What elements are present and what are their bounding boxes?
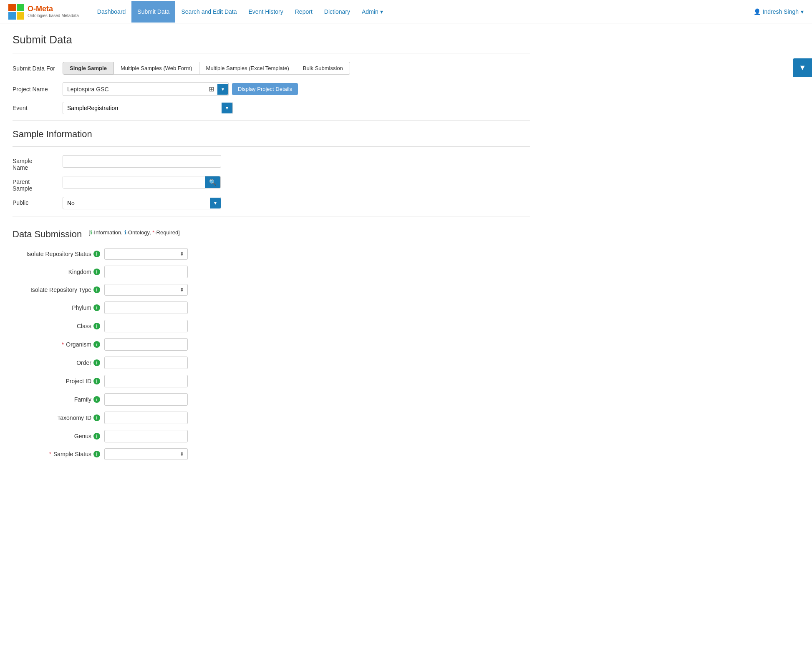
genus-row: Genus i (13, 430, 530, 442)
event-dropdown-btn[interactable]: ▾ (222, 103, 232, 113)
navbar: O-Meta Ontologies-based Metadata Dashboa… (0, 0, 812, 23)
project-dropdown-btn[interactable]: ▾ (217, 84, 228, 95)
isolate-repo-type-select-wrap: ⬍ (104, 284, 188, 296)
user-chevron-icon: ▾ (801, 8, 804, 15)
class-label: Class i (21, 323, 104, 329)
sample-status-info-icon[interactable]: i (93, 451, 100, 457)
organism-input[interactable] (104, 338, 188, 351)
genus-info-icon[interactable]: i (93, 433, 100, 440)
nav-search-edit[interactable]: Search and Edit Data (175, 1, 242, 23)
main-content: Submit Data Submit Data For Single Sampl… (0, 23, 542, 476)
sample-name-input[interactable] (63, 155, 221, 168)
project-name-row: Project Name ⊞ ▾ Display Project Details (13, 82, 530, 96)
isolate-repo-status-select[interactable] (105, 249, 177, 259)
sample-status-label: *Sample Status i (21, 451, 104, 457)
family-label: Family i (21, 396, 104, 403)
isolate-repo-status-select-wrap: ⬍ (104, 248, 188, 260)
kingdom-info-icon[interactable]: i (93, 269, 100, 275)
nav-dictionary[interactable]: Dictionary (318, 1, 356, 23)
event-label: Event (13, 105, 63, 111)
sample-status-select[interactable] (105, 449, 177, 460)
project-id-row: Project ID i (13, 375, 530, 387)
nav-submit-data[interactable]: Submit Data (131, 1, 175, 23)
organism-info-icon[interactable]: i (93, 341, 100, 348)
svg-rect-0 (8, 4, 16, 11)
parent-sample-label: ParentSample (13, 176, 63, 192)
taxonomy-id-input[interactable] (104, 412, 188, 424)
tab-bulk[interactable]: Bulk Submission (296, 62, 350, 75)
organism-row: *Organism i (13, 338, 530, 351)
kingdom-input[interactable] (104, 266, 188, 278)
project-id-input[interactable] (104, 375, 188, 387)
project-id-info-icon[interactable]: i (93, 378, 100, 384)
project-name-input[interactable] (63, 83, 205, 95)
parent-sample-input[interactable] (63, 176, 205, 188)
legend-required-red: * (152, 229, 154, 236)
order-info-icon[interactable]: i (93, 359, 100, 366)
public-select-wrap: No Yes ▾ (63, 197, 221, 209)
project-id-label: Project ID i (21, 378, 104, 384)
brand-name: O-Meta (28, 5, 79, 13)
project-name-label: Project Name (13, 86, 63, 93)
svg-rect-3 (17, 12, 24, 20)
divider-data (13, 216, 530, 216)
class-info-icon[interactable]: i (93, 323, 100, 329)
isolate-repo-status-row: Isolate Repository Status i ⬍ (13, 248, 530, 260)
sample-status-select-wrap: ⬍ (104, 448, 188, 460)
order-input[interactable] (104, 357, 188, 369)
kingdom-label: Kingdom i (21, 269, 104, 275)
isolate-repo-status-label: Isolate Repository Status i (21, 251, 104, 257)
sample-info-title: Sample Information (13, 129, 530, 140)
submit-data-row: Submit Data For Single Sample Multiple S… (13, 62, 530, 75)
public-select[interactable]: No Yes (63, 197, 210, 209)
genus-input[interactable] (104, 430, 188, 442)
sample-status-arrow-icon: ⬍ (177, 449, 187, 459)
project-grid-icon-btn[interactable]: ⊞ (205, 83, 217, 95)
phylum-input[interactable] (104, 301, 188, 314)
display-project-details-button[interactable]: Display Project Details (232, 83, 298, 95)
class-input[interactable] (104, 320, 188, 332)
legend-info-blue: ℹ (124, 229, 126, 236)
parent-sample-row: ParentSample 🔍 (13, 176, 530, 192)
event-input[interactable] (63, 102, 222, 114)
project-name-group: ⊞ ▾ Display Project Details (63, 82, 298, 96)
phylum-info-icon[interactable]: i (93, 304, 100, 311)
brand-logo-link[interactable]: O-Meta Ontologies-based Metadata (8, 4, 79, 20)
public-select-arrow-icon: ▾ (210, 198, 221, 208)
tab-multiple-web[interactable]: Multiple Samples (Web Form) (114, 62, 199, 75)
isolate-repo-type-select[interactable] (105, 284, 177, 295)
tab-multiple-excel[interactable]: Multiple Samples (Excel Template) (199, 62, 296, 75)
isolate-repo-status-info-icon[interactable]: i (93, 251, 100, 257)
nav-admin[interactable]: Admin ▾ (356, 1, 389, 23)
nav-user[interactable]: 👤 Indresh Singh ▾ (754, 8, 804, 15)
admin-chevron-icon: ▾ (380, 8, 383, 15)
user-name: Indresh Singh (763, 8, 799, 15)
organism-label: *Organism i (21, 341, 104, 348)
family-info-icon[interactable]: i (93, 396, 100, 403)
sample-name-label: SampleName (13, 155, 63, 171)
nav-dashboard[interactable]: Dashboard (91, 1, 132, 23)
legend-text: [ℹ-Information, ℹ-Ontology, *-Required] (88, 229, 180, 236)
data-submission-title: Data Submission (13, 229, 82, 240)
isolate-repo-type-info-icon[interactable]: i (93, 286, 100, 293)
taxonomy-id-row: Taxonomy ID i (13, 412, 530, 424)
family-input[interactable] (104, 393, 188, 406)
tab-buttons: Single Sample Multiple Samples (Web Form… (63, 62, 350, 75)
public-row: Public No Yes ▾ (13, 197, 530, 209)
taxonomy-id-label: Taxonomy ID i (21, 414, 104, 421)
float-dropdown-button[interactable]: ▼ (793, 58, 812, 77)
taxonomy-id-info-icon[interactable]: i (93, 414, 100, 421)
nav-report[interactable]: Report (289, 1, 318, 23)
parent-sample-wrap: 🔍 (63, 176, 221, 188)
parent-sample-search-btn[interactable]: 🔍 (205, 176, 220, 188)
svg-rect-1 (17, 4, 24, 11)
order-row: Order i (13, 357, 530, 369)
project-input-wrap: ⊞ ▾ (63, 82, 229, 96)
page-title: Submit Data (13, 33, 530, 46)
event-row: Event ▾ (13, 102, 530, 114)
family-row: Family i (13, 393, 530, 406)
user-icon: 👤 (754, 8, 761, 15)
nav-event-history[interactable]: Event History (243, 1, 289, 23)
isolate-repo-status-arrow-icon: ⬍ (177, 249, 187, 259)
tab-single-sample[interactable]: Single Sample (63, 62, 114, 75)
